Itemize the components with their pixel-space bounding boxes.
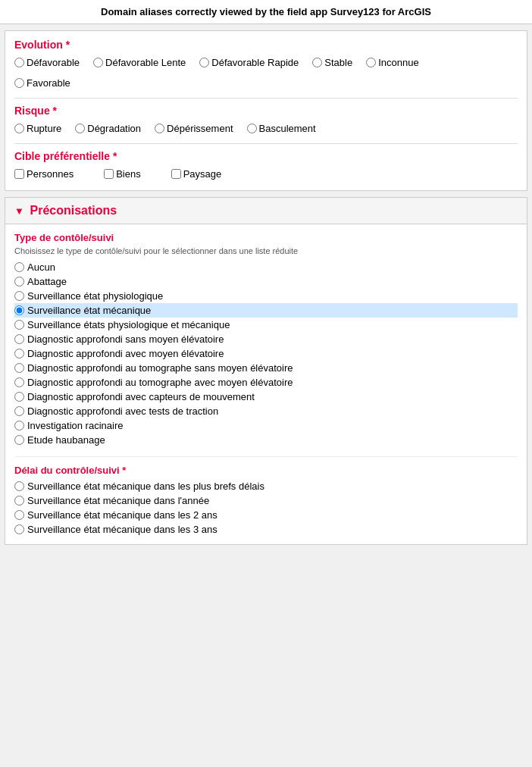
evolution-option-2[interactable]: Défavorable Lente [93, 57, 186, 68]
delai-title: Délai du contrôle/suivi * [14, 465, 518, 476]
risque-option-4[interactable]: Basculement [247, 123, 316, 134]
tc-option-7[interactable]: Diagnostic approfondi avec moyen élévato… [14, 346, 518, 361]
evolution-radio-4[interactable] [312, 58, 322, 67]
tc-label-13: Etude haubanage [27, 434, 105, 446]
tc-option-6[interactable]: Diagnostic approfondi sans moyen élévato… [14, 332, 518, 346]
tc-option-10[interactable]: Diagnostic approfondi avec capteurs de m… [14, 390, 518, 404]
cible-checkbox-1[interactable] [14, 169, 24, 179]
tc-label-5: Surveillance états physiologique et méca… [27, 319, 230, 330]
tc-label-4: Surveillance état mécanique [27, 305, 151, 316]
dc-radio-3[interactable] [14, 510, 24, 520]
evolution-radio-1[interactable] [14, 58, 24, 67]
page-container: Domain aliases correctly viewed by the f… [0, 0, 532, 545]
dc-option-2[interactable]: Surveillance état mécanique dans l'année [14, 493, 518, 508]
risque-label-1: Rupture [27, 123, 61, 134]
tc-radio-13[interactable] [14, 435, 24, 445]
tc-label-1: Aucun [27, 261, 55, 273]
tc-option-4[interactable]: Surveillance état mécanique [14, 303, 518, 318]
top-card: Evolution * Défavorable Défavorable Lent… [5, 30, 527, 191]
type-controle-section: Type de contôle/suivi Choisissez le type… [14, 232, 518, 447]
triangle-icon: ▼ [14, 205, 24, 217]
cible-label-3: Paysage [183, 168, 222, 180]
evolution-radio-3[interactable] [199, 58, 209, 67]
delai-list: Surveillance état mécanique dans les plu… [14, 479, 518, 537]
tc-radio-6[interactable] [14, 334, 24, 344]
cible-checkbox-group: Personnes Biens Paysage [14, 168, 518, 183]
tc-radio-11[interactable] [14, 406, 24, 416]
tc-option-9[interactable]: Diagnostic approfondi au tomographe avec… [14, 375, 518, 390]
tc-radio-9[interactable] [14, 377, 24, 387]
dc-radio-1[interactable] [14, 481, 24, 491]
evolution-radio-5[interactable] [366, 58, 376, 67]
evolution-option-6[interactable]: Favorable [14, 77, 70, 89]
evolution-section: Evolution * Défavorable Défavorable Lent… [14, 39, 518, 92]
tc-label-2: Abattage [27, 276, 67, 287]
cible-checkbox-3[interactable] [171, 169, 181, 179]
tc-radio-4[interactable] [14, 305, 24, 315]
risque-radio-3[interactable] [155, 124, 164, 133]
risque-radio-2[interactable] [75, 124, 85, 133]
dc-option-3[interactable]: Surveillance état mécanique dans les 2 a… [14, 508, 518, 522]
header-bar: Domain aliases correctly viewed by the f… [0, 0, 532, 24]
tc-radio-1[interactable] [14, 262, 24, 272]
risque-option-3[interactable]: Dépérissement [155, 123, 233, 134]
tc-label-8: Diagnostic approfondi au tomographe sans… [27, 362, 293, 374]
tc-option-13[interactable]: Etude haubanage [14, 433, 518, 447]
tc-label-3: Surveillance état physiologique [27, 290, 163, 302]
tc-option-5[interactable]: Surveillance états physiologique et méca… [14, 318, 518, 332]
cible-label-2: Biens [116, 168, 141, 180]
risque-label-2: Dégradation [87, 123, 141, 134]
tc-radio-7[interactable] [14, 349, 24, 358]
evolution-label-4: Stable [324, 57, 352, 68]
tc-option-2[interactable]: Abattage [14, 274, 518, 289]
tc-radio-8[interactable] [14, 363, 24, 373]
cible-option-1[interactable]: Personnes [14, 168, 74, 180]
dc-radio-2[interactable] [14, 496, 24, 506]
cible-label-1: Personnes [27, 168, 74, 180]
evolution-radio-6[interactable] [14, 78, 24, 88]
evolution-label-5: Inconnue [378, 57, 419, 68]
tc-radio-12[interactable] [14, 421, 24, 430]
tc-label-11: Diagnostic approfondi avec tests de trac… [27, 405, 218, 417]
dc-option-4[interactable]: Surveillance état mécanique dans les 3 a… [14, 522, 518, 537]
preconisations-header: ▼ Préconisations [5, 198, 527, 224]
divider-2 [14, 143, 518, 144]
risque-option-2[interactable]: Dégradation [75, 123, 141, 134]
evolution-label-1: Défavorable [27, 57, 80, 68]
risque-option-1[interactable]: Rupture [14, 123, 61, 134]
cible-option-2[interactable]: Biens [104, 168, 141, 180]
evolution-label-2: Défavorable Lente [105, 57, 186, 68]
cible-option-3[interactable]: Paysage [171, 168, 222, 180]
evolution-option-1[interactable]: Défavorable [14, 57, 80, 68]
divider-1 [14, 98, 518, 99]
dc-label-2: Surveillance état mécanique dans l'année [27, 495, 209, 506]
tc-radio-5[interactable] [14, 320, 24, 330]
evolution-option-3[interactable]: Défavorable Rapide [199, 57, 299, 68]
tc-radio-3[interactable] [14, 291, 24, 301]
tc-option-12[interactable]: Investigation racinaire [14, 418, 518, 433]
dc-radio-4[interactable] [14, 524, 24, 534]
risque-radio-4[interactable] [247, 124, 257, 133]
type-controle-desc: Choisissez le type de contôle/suivi pour… [14, 246, 518, 255]
cible-checkbox-2[interactable] [104, 169, 114, 179]
dc-label-4: Surveillance état mécanique dans les 3 a… [27, 524, 217, 535]
risque-radio-1[interactable] [14, 124, 24, 133]
evolution-option-5[interactable]: Inconnue [366, 57, 419, 68]
evolution-radio-2[interactable] [93, 58, 103, 67]
tc-label-6: Diagnostic approfondi sans moyen élévato… [27, 333, 224, 345]
cible-title: Cible préférentielle * [14, 150, 518, 162]
risque-radio-group: Rupture Dégradation Dépérissement Bascul… [14, 123, 518, 137]
tc-radio-10[interactable] [14, 392, 24, 402]
risque-title: Risque * [14, 105, 518, 117]
evolution-option-4[interactable]: Stable [312, 57, 352, 68]
tc-option-1[interactable]: Aucun [14, 260, 518, 274]
tc-option-11[interactable]: Diagnostic approfondi avec tests de trac… [14, 404, 518, 418]
evolution-label-6: Favorable [27, 77, 70, 89]
tc-label-7: Diagnostic approfondi avec moyen élévato… [27, 348, 224, 359]
tc-option-8[interactable]: Diagnostic approfondi au tomographe sans… [14, 361, 518, 375]
tc-radio-2[interactable] [14, 277, 24, 286]
preconisations-card: ▼ Préconisations Type de contôle/suivi C… [5, 197, 527, 545]
type-controle-list: Aucun Abattage Surveillance état physiol… [14, 260, 518, 447]
dc-option-1[interactable]: Surveillance état mécanique dans les plu… [14, 479, 518, 493]
tc-option-3[interactable]: Surveillance état physiologique [14, 289, 518, 303]
